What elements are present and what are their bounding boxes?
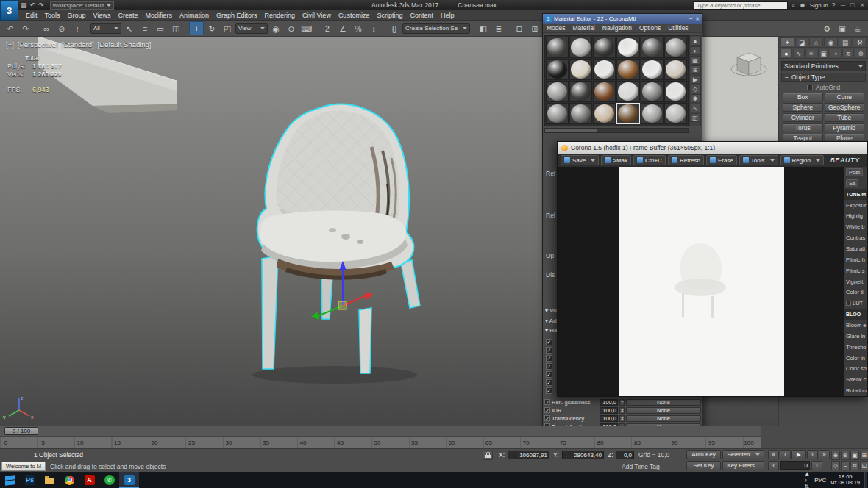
mirror-icon[interactable]: ◧ bbox=[476, 21, 491, 35]
previous-key-button[interactable]: ‹ bbox=[768, 461, 779, 470]
hierarchy-tab[interactable]: ⌂ bbox=[809, 37, 823, 46]
menu-create[interactable]: Create bbox=[114, 12, 141, 19]
sample-slots-scrollbar[interactable] bbox=[544, 128, 689, 133]
select-and-link-icon[interactable]: ∞ bbox=[39, 21, 54, 35]
material-slot[interactable] bbox=[593, 103, 616, 124]
param-map-button[interactable]: None bbox=[626, 415, 701, 422]
selection-region-icon[interactable]: ▭ bbox=[153, 21, 168, 35]
timeline-tick[interactable]: 95 bbox=[708, 439, 715, 446]
autogrid-checkbox[interactable] bbox=[807, 85, 813, 90]
menu-rendering[interactable]: Rendering bbox=[261, 12, 299, 19]
tone-glare-in[interactable]: Glare in bbox=[844, 331, 867, 342]
modify-tab[interactable]: ◪ bbox=[795, 37, 809, 46]
param-checkbox[interactable]: ✓ bbox=[544, 407, 550, 413]
viewport-menu-shading[interactable]: [Default Shading] bbox=[98, 40, 152, 49]
me-menu-modes[interactable]: Modes bbox=[543, 24, 569, 32]
timeline-tick[interactable]: 45 bbox=[337, 439, 344, 446]
tone-lut[interactable]: LUT bbox=[844, 298, 867, 309]
timeline-tick[interactable]: 40 bbox=[300, 439, 307, 446]
motion-tab[interactable]: ◉ bbox=[824, 37, 838, 46]
backlight-icon[interactable]: ◐ bbox=[691, 46, 700, 55]
orbit-icon[interactable]: ↻ bbox=[850, 461, 859, 470]
select-by-name-icon[interactable]: ≡ bbox=[138, 21, 152, 35]
material-slot[interactable] bbox=[616, 37, 639, 58]
material-map-navigator-icon[interactable]: ◫ bbox=[691, 113, 700, 122]
rollout-ha[interactable]: ▾ Ha bbox=[545, 327, 557, 334]
timeline-tick[interactable]: 75 bbox=[560, 439, 566, 446]
param-map-button[interactable]: None bbox=[626, 407, 701, 414]
object-button-box[interactable]: Box bbox=[783, 93, 823, 101]
select-and-scale-icon[interactable]: ◰ bbox=[220, 21, 235, 35]
material-slot[interactable] bbox=[641, 81, 664, 102]
sign-in-button[interactable]: Sign In bbox=[810, 2, 828, 9]
edit-named-selection-sets-icon[interactable]: {} bbox=[387, 21, 402, 35]
param-checkbox[interactable]: ✓ bbox=[544, 415, 550, 421]
maximize-icon[interactable]: □ bbox=[850, 1, 854, 10]
select-and-manipulate-icon[interactable]: ⊙ bbox=[284, 21, 299, 35]
utilities-tab[interactable]: ⚒ bbox=[853, 37, 867, 46]
object-button-geosphere[interactable]: GeoSphere bbox=[825, 103, 865, 112]
select-by-material-icon[interactable]: ↖ bbox=[691, 104, 700, 112]
region-button[interactable]: Region bbox=[780, 155, 824, 165]
percent-snap-icon[interactable]: % bbox=[351, 21, 366, 35]
selection-lock-toggle[interactable] bbox=[483, 451, 493, 460]
timeline-tick[interactable]: 70 bbox=[523, 439, 530, 446]
maximize-viewport-icon[interactable]: ◱ bbox=[860, 461, 868, 470]
material-slot[interactable] bbox=[569, 103, 592, 124]
named-selection-set-field[interactable]: Create Selection Se bbox=[402, 23, 470, 34]
keyboard-shortcut-override-icon[interactable]: ⌨ bbox=[299, 21, 314, 35]
previous-frame-button[interactable]: ‹ bbox=[780, 450, 791, 459]
material-slot[interactable] bbox=[664, 81, 687, 102]
tone-sa[interactable]: Sa bbox=[844, 178, 867, 189]
tone-highlig[interactable]: Highlig bbox=[844, 210, 867, 221]
shapes-subtab[interactable]: ∿ bbox=[793, 49, 805, 57]
taskbar-whatsapp[interactable]: ✆ bbox=[99, 472, 119, 488]
tone-filmic-s[interactable]: Filmic s bbox=[844, 265, 867, 276]
param-checkbox[interactable]: ✓ bbox=[544, 399, 550, 405]
angle-snap-icon[interactable]: ∠ bbox=[335, 21, 350, 35]
timeline-tick[interactable]: 35 bbox=[263, 439, 269, 446]
taskbar-explorer[interactable] bbox=[40, 472, 60, 488]
redo-icon[interactable]: ↷ bbox=[38, 1, 44, 10]
helpers-subtab[interactable]: ⌖ bbox=[830, 49, 842, 57]
display-tab[interactable]: ▤ bbox=[839, 37, 853, 46]
undo-icon[interactable]: ↶ bbox=[3, 21, 18, 35]
taskbar-chrome[interactable] bbox=[60, 472, 79, 488]
primitive-category-dropdown[interactable]: Standard Primitives bbox=[781, 61, 866, 71]
tone-contras[interactable]: Contras bbox=[844, 232, 867, 243]
zoom-icon[interactable]: ⊕ bbox=[831, 451, 840, 460]
material-slot[interactable] bbox=[593, 81, 616, 102]
menu-help[interactable]: Help bbox=[437, 12, 458, 19]
timeline-tick[interactable]: 90 bbox=[672, 439, 678, 446]
search-input[interactable]: Type a keyword or phrase bbox=[694, 1, 788, 10]
tone-saturati[interactable]: Saturati bbox=[844, 243, 867, 254]
timeline-tick[interactable]: 20 bbox=[152, 439, 158, 446]
tone-bloom-e[interactable]: Bloom e bbox=[844, 320, 867, 331]
tone-color-in[interactable]: Color in bbox=[844, 353, 867, 364]
add-time-tag[interactable]: Add Time Tag bbox=[622, 463, 660, 470]
object-button-cone[interactable]: Cone bbox=[825, 93, 865, 101]
timeline-ruler[interactable]: 0510152025303540455055606570758085909510… bbox=[0, 437, 761, 448]
minimize-icon[interactable]: ─ bbox=[689, 16, 692, 22]
toggle-scene-explorer-icon[interactable]: ⊟ bbox=[512, 21, 527, 35]
map-slot-button[interactable]: Op bbox=[546, 252, 554, 259]
menu-graph-editors[interactable]: Graph Editors bbox=[213, 12, 261, 19]
go-to-start-button[interactable]: « bbox=[768, 450, 779, 459]
tone-thresho[interactable]: Thresho bbox=[844, 342, 867, 353]
auto-key-button[interactable]: Auto Key bbox=[686, 450, 721, 459]
application-menu-button[interactable]: 3 bbox=[0, 0, 18, 21]
render-setup-icon[interactable]: ⚙ bbox=[819, 21, 834, 35]
select-object-icon[interactable]: ↖ bbox=[122, 21, 137, 35]
toggle-layer-explorer-icon[interactable]: ⊞ bbox=[527, 21, 542, 35]
align-icon[interactable]: ≣ bbox=[491, 21, 506, 35]
timeline-tick[interactable]: 5 bbox=[41, 439, 44, 446]
material-slot[interactable] bbox=[546, 81, 569, 102]
sample-type-icon[interactable]: ● bbox=[691, 37, 700, 46]
workspace-dropdown[interactable]: Workspace: Default bbox=[50, 1, 115, 10]
object-button-sphere[interactable]: Sphere bbox=[783, 103, 823, 112]
render-view[interactable] bbox=[558, 167, 867, 396]
help-icon[interactable]: ? bbox=[832, 1, 836, 10]
pan-icon[interactable]: ↔ bbox=[841, 461, 850, 470]
window-crossing-icon[interactable]: ◫ bbox=[168, 21, 183, 35]
material-slot[interactable] bbox=[593, 59, 616, 80]
